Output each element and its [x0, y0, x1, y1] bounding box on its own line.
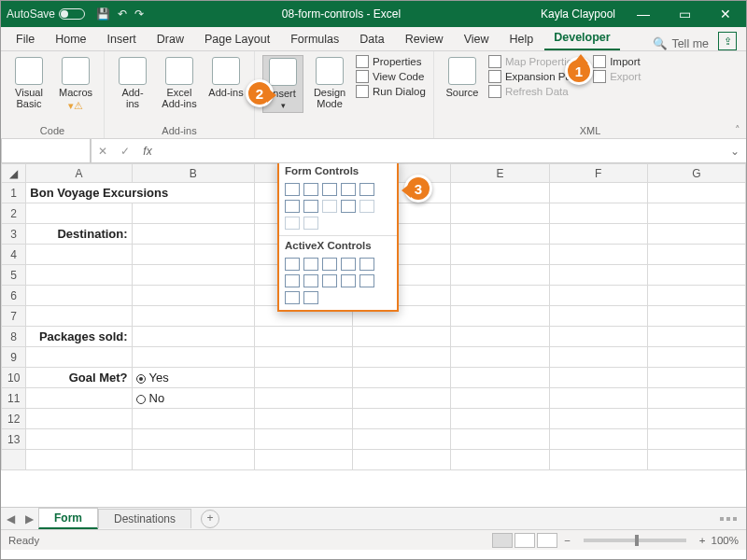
form-checkbox-icon[interactable] [322, 183, 337, 196]
run-dialog-button[interactable]: Run Dialog [356, 85, 426, 98]
activex-scrollbar-icon[interactable] [285, 274, 300, 287]
tell-me-search[interactable]: 🔍 Tell me [645, 36, 716, 50]
user-name[interactable]: Kayla Claypool [533, 7, 623, 21]
row-header[interactable]: 1 [2, 183, 26, 203]
excel-addins-button[interactable]: Excel Add-ins [159, 55, 200, 111]
page-layout-view-button[interactable] [514, 533, 535, 548]
sheet-tab-form[interactable]: Form [38, 508, 98, 529]
close-button[interactable]: ✕ [705, 7, 746, 21]
source-button[interactable]: Source [442, 55, 483, 100]
tab-insert[interactable]: Insert [98, 29, 146, 50]
sheet-nav-prev[interactable]: ◀ [1, 512, 20, 525]
zoom-out-button[interactable]: − [564, 535, 571, 546]
undo-icon[interactable]: ↶ [118, 7, 127, 21]
tab-file[interactable]: File [7, 29, 44, 50]
row-header[interactable]: 3 [2, 224, 26, 245]
row-header[interactable]: 8 [2, 327, 26, 347]
cell[interactable]: Packages sold: [26, 327, 132, 347]
cell[interactable]: Goal Met? [26, 368, 132, 388]
form-label-icon[interactable] [322, 200, 337, 213]
collapse-ribbon-icon[interactable]: ˄ [735, 124, 740, 136]
minimize-button[interactable]: — [623, 7, 664, 21]
addins-button[interactable]: Add- ins [112, 55, 153, 111]
activex-optionbutton-icon[interactable] [303, 274, 318, 287]
expand-formula-bar-icon[interactable]: ⌄ [724, 145, 746, 158]
autosave-toggle[interactable]: AutoSave [1, 7, 91, 21]
activex-image-icon[interactable] [341, 274, 356, 287]
share-button[interactable]: ⇪ [718, 32, 737, 50]
row-header[interactable]: 7 [2, 306, 26, 327]
popup-header: Form Controls [279, 163, 397, 180]
maximize-button[interactable]: ▭ [664, 7, 705, 21]
row-header[interactable]: 11 [2, 388, 26, 409]
tab-home[interactable]: Home [46, 29, 95, 50]
worksheet-area[interactable]: ◢ A B E F G 1Bon Voyage Excursions 2 3De… [1, 163, 746, 507]
row-header[interactable]: 10 [2, 368, 26, 388]
design-mode-button[interactable]: Design Mode [309, 55, 350, 111]
cancel-formula-icon[interactable]: ✕ [92, 145, 114, 158]
sheet-tab-destinations[interactable]: Destinations [98, 509, 191, 528]
zoom-in-button[interactable]: + [699, 535, 706, 546]
activex-listbox-icon[interactable] [341, 258, 356, 271]
normal-view-button[interactable] [492, 533, 513, 548]
zoom-level[interactable]: 100% [712, 535, 739, 546]
properties-button[interactable]: Properties [356, 55, 426, 68]
save-icon[interactable]: 💾 [96, 7, 110, 21]
row-header[interactable]: 4 [2, 245, 26, 265]
tab-page-layout[interactable]: Page Layout [195, 29, 279, 50]
page-break-view-button[interactable] [537, 533, 557, 548]
tab-draw[interactable]: Draw [148, 29, 193, 50]
row-header[interactable]: 5 [2, 265, 26, 286]
macros-button[interactable]: Macros▾⚠ [55, 55, 96, 114]
cell[interactable]: Destination: [26, 224, 132, 245]
activex-more-icon[interactable] [303, 291, 318, 304]
cell[interactable]: No [132, 388, 254, 409]
tab-data[interactable]: Data [350, 29, 393, 50]
form-combobox-icon[interactable] [303, 183, 318, 196]
form-groupbox-icon[interactable] [303, 200, 318, 213]
sheet-nav-next[interactable]: ▶ [20, 512, 38, 525]
form-scrollbar-icon[interactable] [341, 200, 356, 213]
col-header[interactable]: A [26, 164, 132, 183]
radio-icon[interactable] [136, 374, 146, 384]
activex-textbox-icon[interactable] [359, 258, 374, 271]
row-header[interactable]: 2 [2, 203, 26, 224]
name-box[interactable] [1, 139, 91, 162]
form-spinner-icon[interactable] [341, 183, 356, 196]
cell[interactable]: Bon Voyage Excursions [26, 183, 255, 203]
col-header[interactable]: E [451, 164, 549, 183]
activex-label-icon[interactable] [322, 274, 337, 287]
select-all-corner[interactable]: ◢ [2, 164, 26, 183]
activex-spinbutton-icon[interactable] [359, 274, 374, 287]
radio-icon[interactable] [136, 395, 146, 404]
fx-icon[interactable]: fx [136, 145, 159, 158]
tab-help[interactable]: Help [500, 29, 543, 50]
row-header[interactable]: 9 [2, 347, 26, 368]
zoom-slider[interactable] [584, 539, 686, 542]
row-header[interactable]: 12 [2, 409, 26, 429]
col-header[interactable]: F [549, 164, 647, 183]
activex-checkbox-icon[interactable] [322, 258, 337, 271]
tab-review[interactable]: Review [396, 29, 453, 50]
form-optionbutton-icon[interactable] [285, 200, 300, 213]
tab-view[interactable]: View [455, 29, 499, 50]
form-listbox-icon[interactable] [359, 183, 374, 196]
com-addins-button[interactable]: Add-ins [205, 55, 247, 100]
view-code-button[interactable]: View Code [356, 70, 426, 83]
import-button[interactable]: Import [593, 55, 641, 68]
tab-formulas[interactable]: Formulas [281, 29, 348, 50]
col-header[interactable]: G [647, 164, 745, 183]
row-header[interactable]: 6 [2, 286, 26, 306]
activex-combobox-icon[interactable] [303, 258, 318, 271]
row-header[interactable]: 13 [2, 429, 26, 450]
cell[interactable]: Yes [132, 368, 254, 388]
visual-basic-button[interactable]: Visual Basic [8, 55, 49, 111]
activex-togglebutton-icon[interactable] [285, 291, 300, 304]
col-header[interactable]: B [132, 164, 254, 183]
redo-icon[interactable]: ↷ [134, 7, 144, 21]
row-header[interactable] [2, 450, 26, 470]
new-sheet-button[interactable]: + [201, 510, 219, 528]
enter-formula-icon[interactable]: ✓ [114, 145, 136, 158]
form-button-icon[interactable] [285, 183, 300, 196]
activex-commandbutton-icon[interactable] [285, 258, 300, 271]
